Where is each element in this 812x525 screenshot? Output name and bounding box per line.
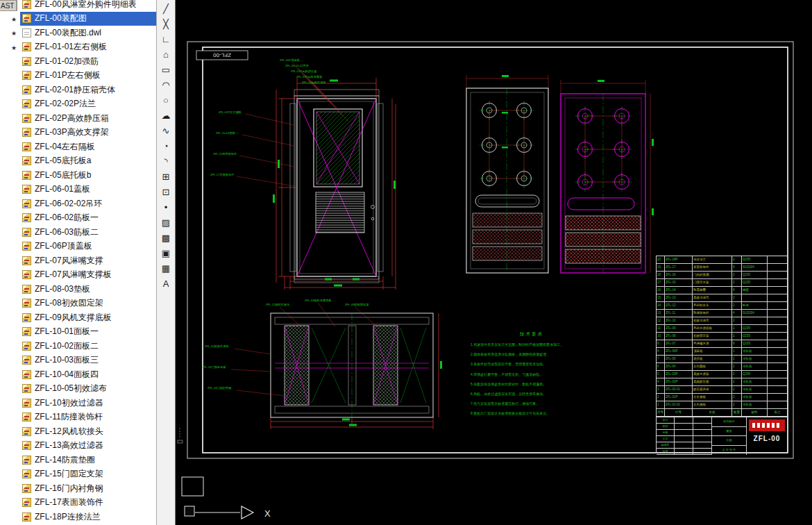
- plan-view-right: [561, 80, 654, 273]
- bom-row: 7 ZFL-05 底托板 2 冷轧板: [657, 356, 787, 363]
- file-list-item[interactable]: ZFL-01-02加强筋: [20, 54, 156, 69]
- file-list-item[interactable]: ZFL-14防震垫圈: [20, 453, 156, 467]
- bom-row: 11 ZFL-09 风机支撑底板 2 Q235: [657, 325, 787, 333]
- ellipse-tool-button[interactable]: ◔: [158, 139, 174, 154]
- part-callout: ZFL-09风机支撑底板: [305, 299, 332, 302]
- circle-tool-button[interactable]: ○: [158, 93, 174, 108]
- region-icon: ▣: [158, 246, 174, 261]
- dwg-file-icon: [22, 71, 31, 80]
- file-list-item[interactable]: ZFL-06-02筋板一: [20, 211, 156, 226]
- hatch-tool-button[interactable]: ▨: [158, 215, 174, 231]
- arc-tool-button[interactable]: ◠: [158, 78, 174, 93]
- hatch-icon: ▨: [158, 215, 174, 231]
- file-list-item[interactable]: ZFL-11防撞装饰杆: [20, 410, 156, 425]
- gradient-tool-button[interactable]: ▩: [158, 231, 174, 246]
- point-tool-button[interactable]: •: [158, 200, 174, 215]
- file-list-item[interactable]: ZFL-07风淋嘴支撑板: [20, 268, 156, 283]
- file-list-item[interactable]: ZFL-10-01面板一: [20, 325, 156, 340]
- file-list-item[interactable]: ZFL-10-02面板二: [20, 339, 156, 353]
- mtext-tool-button[interactable]: A: [158, 276, 174, 292]
- bom-code: ZFL-17: [665, 264, 693, 272]
- file-list-item[interactable]: ZFL-03P高效支撑架: [20, 126, 156, 140]
- make-block-tool-button[interactable]: ⊡: [158, 185, 174, 200]
- file-list-item[interactable]: ZFL-06-02-02吊环: [20, 197, 156, 211]
- file-list-item[interactable]: ZFL-17表面装饰件: [20, 496, 156, 510]
- file-list-item[interactable]: ZFL-06-01盖板: [20, 183, 156, 197]
- line-tool-button[interactable]: ╱: [158, 1, 174, 17]
- rectangle-tool-button[interactable]: ▭: [158, 62, 174, 78]
- file-list-item[interactable]: ZFL-10-04面板四: [20, 367, 156, 382]
- bom-seq: 11: [657, 325, 665, 333]
- bom-row: 4 ZFL-02P 高效静压箱 2 冷轧板: [657, 378, 787, 386]
- file-list-item[interactable]: ZFL-00装配图: [20, 12, 156, 26]
- file-list-item[interactable]: ZFL-16门内衬角钢: [20, 481, 156, 496]
- file-list-item[interactable]: ZFL-01P左右侧板: [20, 69, 156, 83]
- polyline-tool-button[interactable]: ∟: [158, 32, 174, 47]
- file-name: ZFL-08-03垫板: [35, 283, 90, 295]
- file-list-item[interactable]: ZFL-01-01左右侧板: [20, 40, 156, 55]
- bom-code: ZFL-02-01: [665, 386, 693, 394]
- file-list-item[interactable]: ZFL-02-02P法兰: [20, 97, 156, 112]
- file-list-item[interactable]: ZFL-08-03垫板: [20, 282, 156, 297]
- file-list-item[interactable]: ZFL-10-03面板三: [20, 353, 156, 368]
- file-list-item[interactable]: ZFL-00风淋室外购件明细表: [20, 0, 156, 12]
- file-list-item[interactable]: ZFL-08初效固定架: [20, 297, 156, 311]
- line-icon: ╱: [158, 1, 174, 17]
- note-line: 8.整机出厂前按企业标准检验合格后方可包装发运。: [471, 408, 593, 418]
- file-name: ZFL-06P顶盖板: [35, 240, 92, 252]
- file-list-item[interactable]: ZFL-12风机软接头: [20, 424, 156, 439]
- bom-header: 名称: [693, 409, 732, 417]
- bom-remark: [768, 272, 787, 279]
- file-list-item[interactable]: ZFL-06P顶盖板: [20, 240, 156, 254]
- bom-part-name: 顶盖板: [693, 348, 732, 356]
- dwg-file-icon: [22, 57, 31, 66]
- bom-material: SUS304: [742, 264, 768, 272]
- file-list-item[interactable]: ZFL-07风淋嘴支撑: [20, 253, 156, 268]
- file-name: ZFL-00装配图: [35, 12, 87, 24]
- file-list-item[interactable]: ZFL-02-01静压箱壳体: [20, 83, 156, 97]
- ellipse-arc-tool-button[interactable]: ◝: [158, 154, 174, 169]
- bom-remark: [768, 287, 787, 294]
- dwg-file-icon: [22, 270, 31, 279]
- file-list-item[interactable]: ZFL-04左右隔板: [20, 140, 156, 154]
- bom-code: ZFL-13: [665, 294, 693, 302]
- file-list-item[interactable]: ZFL-13高效过滤器: [20, 439, 156, 453]
- part-callout: ZFL-02P高效静压箱: [291, 69, 316, 73]
- file-name: ZFL-13高效过滤器: [35, 440, 103, 451]
- bom-row: 14 ZFL-12 风机软接头 2 帆布: [657, 302, 787, 310]
- bom-material: [742, 317, 768, 325]
- pin-star-icon: ★: [11, 31, 17, 37]
- file-list-item[interactable]: ZFL-10-05初效滤布: [20, 382, 156, 397]
- file-list-item[interactable]: ZFL-18P连接法兰: [20, 510, 156, 524]
- file-list-item[interactable]: ZFL-05底托板a: [20, 154, 156, 169]
- part-callout: ZFL-10-01面板一: [216, 131, 238, 135]
- spline-tool-button[interactable]: ∿: [158, 124, 174, 139]
- construction-line-tool-button[interactable]: ╳: [158, 17, 174, 32]
- dwg-file-icon: [22, 213, 31, 222]
- file-list-item[interactable]: ZFL-06-03筋板二: [20, 225, 156, 240]
- bom-row: 18 ZFL-16 门内衬角钢 2 Q235: [657, 272, 787, 279]
- file-list-item[interactable]: ZFL-15门固定支架: [20, 467, 156, 482]
- drawing-canvas[interactable]: ZFL-00: [176, 0, 812, 525]
- file-list-item[interactable]: ZFL-00装配图.dwl: [20, 26, 156, 40]
- technical-notes: 技术要求 1.风淋室外形及安装尺寸见图，制作时严格按图纸要求加工。 2.箱体板材…: [471, 331, 593, 419]
- polygon-tool-button[interactable]: ⌂: [158, 47, 174, 62]
- bom-remark: [768, 279, 787, 287]
- revision-cloud-tool-button[interactable]: ☁: [158, 108, 174, 124]
- file-name: ZFL-06-02-02吊环: [35, 198, 102, 210]
- insert-block-tool-button[interactable]: ⊞: [158, 169, 174, 185]
- file-list-item[interactable]: ZFL-02P高效静压箱: [20, 111, 156, 126]
- weight-label: 重量: [712, 427, 746, 437]
- note-line: 7.电气安装按有关标准规范执行，接地可靠。: [471, 399, 593, 408]
- insert-block-icon: ⊞: [158, 169, 174, 185]
- region-tool-button[interactable]: ▣: [158, 246, 174, 261]
- note-line: 2.箱体板材采用优质冷轧钢板，表面静电喷塑处理。: [471, 349, 593, 359]
- file-list-item[interactable]: ZFL-10初效过滤器: [20, 396, 156, 410]
- file-list-item[interactable]: ZFL-05底托板b: [20, 168, 156, 183]
- title-block: 设计 校对 审核: [656, 417, 788, 453]
- file-list-item[interactable]: ZFL-09风机支撑底板: [20, 310, 156, 325]
- arc-icon: ◠: [158, 78, 174, 93]
- dwg-file-icon: [22, 256, 31, 265]
- dock-tab-label[interactable]: AST: [0, 0, 17, 11]
- table-tool-button[interactable]: ▦: [158, 261, 174, 276]
